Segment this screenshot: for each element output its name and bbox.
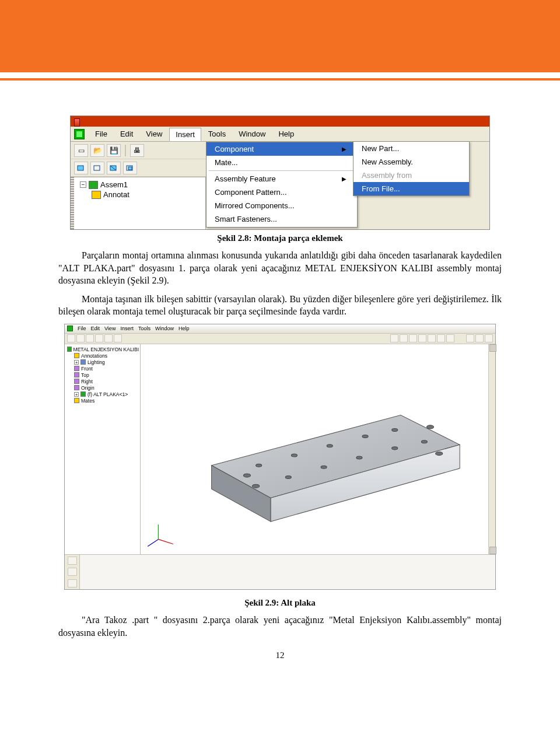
bottom-status-area <box>80 555 495 589</box>
zoom-btn-6[interactable] <box>437 334 445 342</box>
origin-icon <box>74 385 79 390</box>
open-file-icon[interactable]: 📂 <box>90 144 104 157</box>
menu-window[interactable]: Window <box>233 128 271 140</box>
view-btn-2[interactable] <box>76 334 85 342</box>
app2-menu-tools[interactable]: Tools <box>138 326 150 331</box>
svg-point-14 <box>285 475 291 478</box>
svg-point-10 <box>291 454 297 457</box>
plane-icon <box>74 379 79 384</box>
menu-insert[interactable]: Insert <box>169 128 201 141</box>
view-btn-4[interactable] <box>95 334 103 342</box>
tree-lighting[interactable]: +Lighting <box>73 359 139 366</box>
view-cube-1-icon[interactable] <box>74 162 88 174</box>
window-titlebar <box>71 116 489 127</box>
expand-icon[interactable]: + <box>74 392 79 397</box>
menu-edit[interactable]: Edit <box>114 128 139 140</box>
save-icon[interactable]: 💾 <box>107 144 121 157</box>
window-close-icon[interactable] <box>485 334 493 342</box>
menu-file[interactable]: File <box>89 128 113 140</box>
dd-mirrored-components-label: Mirrored Components... <box>215 201 295 210</box>
tree-root-label: METAL ENJEKSIYON KALIBI <box>74 347 139 352</box>
app2-bottom-panel <box>65 554 495 589</box>
svg-point-16 <box>356 456 362 459</box>
zoom-btn-5[interactable] <box>428 334 436 342</box>
expand-icon[interactable]: + <box>74 360 79 365</box>
sub-new-assembly[interactable]: New Assembly. <box>354 155 469 169</box>
zoom-btn-1[interactable] <box>390 334 398 342</box>
app2-menu-edit[interactable]: Edit <box>91 326 100 331</box>
zoom-btn-4[interactable] <box>418 334 426 342</box>
svg-point-21 <box>436 452 443 455</box>
insert-dropdown[interactable]: Component ▶ Mate... Assembly Feature ▶ C… <box>206 142 358 228</box>
svg-point-9 <box>256 464 262 467</box>
tree-collapse-icon[interactable]: − <box>80 181 86 188</box>
sub-from-file[interactable]: From File... <box>354 182 469 195</box>
window-max-icon[interactable] <box>475 334 484 342</box>
assembly-icon <box>67 347 72 352</box>
app2-menu-insert[interactable]: Insert <box>120 326 134 331</box>
window-body: ▭ 📂 💾 🖶 <box>71 142 489 229</box>
print-icon[interactable]: 🖶 <box>130 144 144 157</box>
tree-annotations[interactable]: Annotations <box>73 353 139 359</box>
app2-feature-tree[interactable]: METAL ENJEKSIYON KALIBI Annotations +Lig… <box>65 344 141 554</box>
assembly-icon <box>89 181 98 189</box>
svg-point-22 <box>253 484 260 488</box>
dd-component-pattern-label: Component Pattern... <box>215 188 287 197</box>
view-cube-4-icon[interactable] <box>123 162 137 174</box>
view-cube-2-icon[interactable] <box>90 162 104 174</box>
sub-new-part[interactable]: New Part... <box>354 142 469 155</box>
zoom-btn-7[interactable] <box>446 334 454 342</box>
menubar[interactable]: File Edit View Insert Tools Window Help <box>71 127 489 142</box>
dd-mate-label: Mate... <box>215 158 238 167</box>
tree-origin[interactable]: Origin <box>73 385 139 391</box>
svg-rect-0 <box>78 166 83 170</box>
view-btn-1[interactable] <box>67 334 75 342</box>
tree-alt-plaka[interactable]: +(f) ALT PLAKA<1> <box>73 391 139 398</box>
bottom-btn-2[interactable] <box>68 568 77 576</box>
tree-top[interactable]: Top <box>73 372 139 379</box>
dd-mirrored-components[interactable]: Mirrored Components... <box>206 199 357 212</box>
tree-front[interactable]: Front <box>73 366 139 372</box>
viewport-scrollbar[interactable] <box>488 344 495 554</box>
app2-menu-view[interactable]: View <box>104 326 116 331</box>
app2-menu-help[interactable]: Help <box>178 326 190 331</box>
view-btn-6[interactable] <box>114 334 122 342</box>
view-cube-3-icon[interactable] <box>107 162 121 174</box>
app2-menu-file[interactable]: File <box>78 326 86 331</box>
component-submenu[interactable]: New Part... New Assembly. Assembly from … <box>353 141 470 196</box>
tree-root[interactable]: METAL ENJEKSIYON KALIBI <box>66 347 139 353</box>
left-panel: ▭ 📂 💾 🖶 <box>71 142 206 229</box>
graphics-viewport[interactable] <box>141 344 495 554</box>
sub-assembly-from: Assembly from <box>354 169 469 182</box>
dd-smart-fasteners[interactable]: Smart Fasteners... <box>206 212 357 227</box>
zoom-btn-2[interactable] <box>400 334 408 342</box>
menu-view[interactable]: View <box>140 128 168 140</box>
app-icon <box>74 129 85 139</box>
bottom-btn-3[interactable] <box>68 579 77 587</box>
feature-tree[interactable]: − Assem1 Annotat <box>74 177 206 229</box>
dd-smart-fasteners-label: Smart Fasteners... <box>215 215 277 223</box>
tree-root-row[interactable]: − Assem1 <box>76 180 203 190</box>
dd-component[interactable]: Component ▶ <box>206 142 357 156</box>
new-file-icon[interactable]: ▭ <box>74 144 88 157</box>
app2-menubar[interactable]: File Edit View Insert Tools Window Help <box>65 324 495 334</box>
app2-menu-window[interactable]: Window <box>155 326 174 331</box>
view-btn-3[interactable] <box>86 334 94 342</box>
tree-mates[interactable]: Mates <box>73 398 139 404</box>
tree-child-row[interactable]: Annotat <box>76 190 203 200</box>
menu-tools[interactable]: Tools <box>202 128 232 140</box>
window-min-icon[interactable] <box>466 334 474 342</box>
dd-component-pattern[interactable]: Component Pattern... <box>206 186 357 199</box>
bottom-btn-1[interactable] <box>68 557 77 565</box>
bottom-tool-column <box>65 555 80 589</box>
svg-rect-1 <box>94 166 100 170</box>
zoom-btn-3[interactable] <box>409 334 417 342</box>
dd-assembly-feature[interactable]: Assembly Feature ▶ <box>206 172 357 186</box>
view-btn-5[interactable] <box>104 334 113 342</box>
titlebar-corner-icon <box>74 118 80 127</box>
dd-mate[interactable]: Mate... <box>206 156 357 169</box>
menu-help[interactable]: Help <box>272 128 300 140</box>
figure-2-8: File Edit View Insert Tools Window Help … <box>70 116 502 230</box>
tree-right[interactable]: Right <box>73 379 139 385</box>
chevron-right-icon: ▶ <box>342 176 346 182</box>
